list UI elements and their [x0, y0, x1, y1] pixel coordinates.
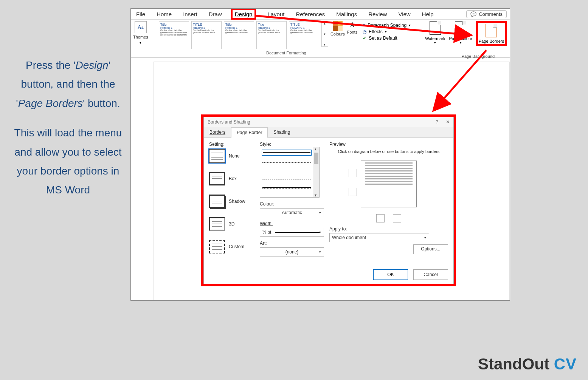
setting-custom[interactable]: Custom: [209, 240, 254, 253]
page-background-group: Watermark ▾ Page Colour ▾ Page Borders: [422, 20, 510, 57]
gallery-nav[interactable]: ▴▾▾: [321, 21, 328, 47]
tab-mailings[interactable]: Mailings: [334, 10, 359, 18]
doc-formatting-label: Document Formatting: [266, 49, 306, 55]
colour-value: Automatic: [282, 210, 302, 215]
page-borders-highlight: Page Borders: [476, 21, 507, 46]
tab-draw[interactable]: Draw: [206, 10, 224, 18]
ok-button[interactable]: OK: [373, 269, 408, 280]
apply-label: Apply to:: [329, 226, 448, 232]
tab-help[interactable]: Help: [420, 10, 436, 18]
tab-borders[interactable]: Borders: [204, 127, 231, 137]
set-default-button[interactable]: ✔Set as Default: [363, 36, 411, 41]
setting-custom-thumb: [209, 240, 225, 253]
colours-icon: [333, 21, 343, 31]
page-borders-button[interactable]: Page Borders: [479, 24, 504, 43]
paragraph-icon: ≡: [363, 23, 365, 28]
width-value: ½ pt: [262, 230, 271, 235]
setting-shadow[interactable]: Shadow: [209, 195, 254, 208]
tab-view[interactable]: View: [396, 10, 413, 18]
tab-layout[interactable]: Layout: [265, 10, 287, 18]
style-listbox[interactable]: [260, 147, 320, 198]
effects-button[interactable]: ◔Effects▾: [363, 29, 411, 34]
chevron-down-icon: ▾: [421, 233, 429, 242]
more-icon: ▾: [324, 43, 326, 46]
chevron-down-icon: ▾: [385, 30, 387, 34]
comments-button[interactable]: 💬 Comments: [466, 10, 507, 18]
chevron-down-icon: ▾: [324, 32, 326, 36]
cancel-button[interactable]: Cancel: [413, 269, 448, 280]
close-icon[interactable]: ✕: [446, 119, 450, 125]
setting-box[interactable]: Box: [209, 172, 254, 185]
style-gallery-item[interactable]: TITLEHeading 1On the Insert tab, the gal…: [191, 21, 222, 49]
options-button[interactable]: Options...: [413, 244, 448, 254]
watermark-icon: [430, 21, 441, 35]
page-borders-label: Page Borders: [479, 39, 504, 43]
tab-page-border[interactable]: Page Border: [231, 127, 268, 138]
colour-label: Colour:: [260, 201, 324, 207]
page-background-label: Page Background: [462, 54, 495, 59]
edge-right-button[interactable]: [393, 214, 401, 222]
tab-references[interactable]: References: [293, 10, 327, 18]
themes-label: Themes: [133, 35, 148, 39]
setting-custom-label: Custom: [229, 244, 244, 249]
chevron-down-icon: ▾: [140, 41, 141, 45]
page-colour-label: Page Colour: [449, 36, 472, 41]
formatting-options: ≡Paragraph Spacing▾ ◔Effects▾ ✔Set as De…: [360, 21, 414, 42]
dialog-footer: OK Cancel: [204, 266, 453, 284]
page-colour-icon: [455, 21, 466, 35]
preview-page[interactable]: [361, 161, 417, 207]
style-gallery-item[interactable]: TitleHeading 1On the Insert tab, the gal…: [256, 21, 287, 49]
style-gallery-item[interactable]: TitleHeading 1On the Insert tab, the gal…: [159, 21, 189, 49]
width-dropdown[interactable]: ½ pt▾: [260, 228, 324, 237]
setting-none-label: None: [229, 153, 240, 159]
paragraph-spacing-button[interactable]: ≡Paragraph Spacing▾: [363, 23, 411, 28]
tab-insert[interactable]: Insert: [181, 10, 200, 18]
apply-value: Whole document: [332, 235, 366, 240]
effects-icon: ◔: [363, 29, 366, 34]
style-gallery-item[interactable]: TITLEHEADING 1On the Insert tab, the gal…: [289, 21, 319, 49]
scrollbar[interactable]: [313, 147, 319, 197]
setting-3d[interactable]: 3D: [209, 217, 254, 231]
fonts-button[interactable]: A Fonts: [347, 21, 358, 34]
setting-none[interactable]: None: [209, 149, 254, 163]
help-icon[interactable]: ?: [436, 119, 438, 125]
themes-button[interactable]: Aa Themes ▾: [133, 21, 148, 45]
standoutcv-logo: StandOut CV: [478, 355, 577, 373]
watermark-label: Watermark: [425, 36, 445, 41]
edge-bottom-button[interactable]: [349, 188, 357, 196]
style-column: Style: Colour: Automatic▾ Width: ½ pt▾: [260, 142, 324, 260]
fonts-label: Fonts: [347, 30, 358, 34]
setting-box-label: Box: [229, 176, 237, 181]
chevron-down-icon: ▾: [434, 41, 436, 45]
chevron-up-icon: ▴: [324, 22, 326, 25]
setting-shadow-thumb: [209, 195, 225, 208]
ms-word-window: File Home Insert Draw Design Layout Refe…: [130, 8, 510, 301]
tab-design[interactable]: Design: [231, 9, 256, 20]
setting-label: Setting:: [209, 142, 254, 147]
art-dropdown[interactable]: (none)▾: [260, 247, 324, 256]
art-label: Art:: [260, 241, 324, 246]
ribbon-tabstrip: File Home Insert Draw Design Layout Refe…: [131, 9, 510, 19]
tab-file[interactable]: File: [134, 10, 147, 18]
chevron-down-icon: ▾: [316, 248, 324, 256]
apply-to-dropdown[interactable]: Whole document▾: [329, 233, 429, 242]
page-borders-icon: [486, 24, 497, 37]
preview-box: [347, 158, 430, 210]
edge-top-button[interactable]: [349, 169, 357, 177]
page-colour-button[interactable]: Page Colour ▾: [449, 21, 472, 45]
colours-button[interactable]: Colours: [330, 21, 345, 36]
chevron-down-icon: ▾: [409, 23, 411, 27]
themes-group: Aa Themes ▾: [131, 20, 150, 57]
tab-shading[interactable]: Shading: [268, 127, 296, 137]
chevron-down-icon: ▾: [460, 41, 462, 45]
borders-shading-dialog: Borders and Shading ?✕ Borders Page Bord…: [203, 117, 454, 284]
setting-column: Setting: None Box Shadow: [209, 142, 254, 260]
watermark-button[interactable]: Watermark ▾: [425, 21, 445, 45]
edge-left-button[interactable]: [376, 214, 385, 222]
tab-review[interactable]: Review: [366, 10, 389, 18]
colour-dropdown[interactable]: Automatic▾: [260, 208, 324, 217]
tab-home[interactable]: Home: [154, 10, 174, 18]
style-gallery-item[interactable]: TitleHeading 1On the Insert tab, the gal…: [224, 21, 254, 49]
comments-label: Comments: [479, 11, 503, 17]
instruction-text: Press the 'Design' button, and then the …: [9, 45, 127, 210]
